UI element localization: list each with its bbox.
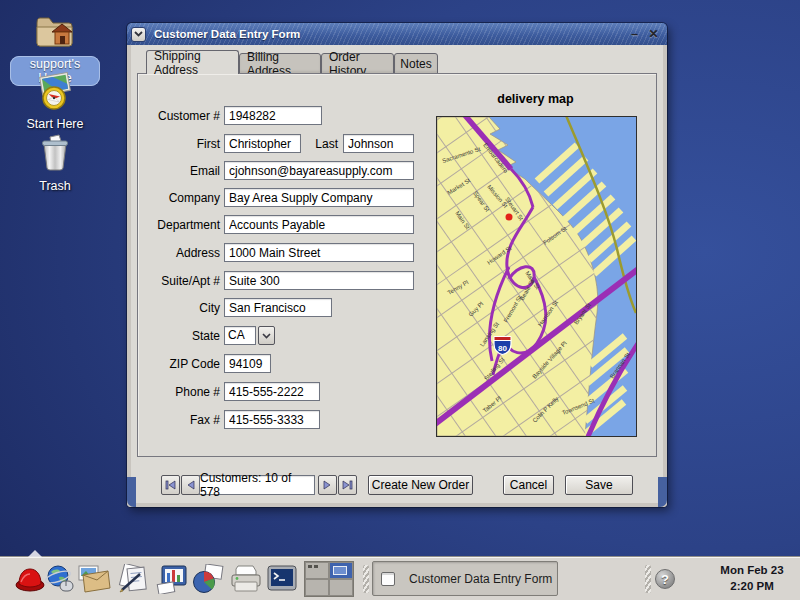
svg-text:80: 80 — [498, 344, 507, 353]
tab-order-history[interactable]: Order History — [321, 53, 394, 74]
clock-date: Mon Feb 23 — [712, 562, 792, 578]
create-new-order-button[interactable]: Create New Order — [368, 475, 473, 495]
last-name-input[interactable] — [343, 134, 414, 153]
address-input[interactable] — [224, 243, 414, 262]
trash-can-icon — [37, 134, 73, 172]
last-record-icon — [342, 480, 353, 490]
suite-input[interactable] — [224, 271, 414, 290]
tab-notes[interactable]: Notes — [394, 53, 438, 74]
launcher-chart-tool[interactable] — [190, 562, 226, 596]
last-record-button[interactable] — [338, 475, 357, 495]
window-resize-corner[interactable] — [658, 477, 667, 507]
workspace-3[interactable] — [305, 579, 329, 596]
zip-input[interactable] — [224, 354, 271, 373]
zip-label: ZIP Code — [138, 355, 220, 374]
window-icon — [381, 572, 395, 586]
state-dropdown-button[interactable] — [258, 326, 275, 345]
email-input[interactable] — [224, 161, 414, 180]
workspace-2-active[interactable] — [329, 562, 353, 579]
fax-input[interactable] — [224, 410, 320, 429]
help-icon[interactable]: ? — [655, 569, 675, 589]
pie-chart-icon — [191, 564, 225, 594]
close-button[interactable]: ✕ — [646, 27, 661, 42]
printer-icon — [228, 564, 264, 594]
clock-time: 2:20 PM — [712, 578, 792, 594]
launcher-email[interactable] — [76, 562, 112, 596]
launcher-presentation[interactable] — [154, 562, 190, 596]
delivery-map: Sacramento St Embarcadero Market St Spea… — [436, 116, 637, 437]
minimize-button[interactable]: – — [627, 27, 642, 42]
launcher-web-browser[interactable] — [42, 562, 78, 596]
first-record-button[interactable] — [161, 475, 180, 495]
last-name-label: Last — [278, 135, 338, 154]
first-name-label: First — [138, 135, 220, 154]
next-record-icon — [323, 480, 332, 490]
desktop-icon-trash[interactable]: Trash — [10, 134, 100, 194]
window-title: Customer Data Entry Form — [154, 28, 300, 40]
department-input[interactable] — [224, 215, 414, 234]
fax-label: Fax # — [138, 411, 220, 430]
chevron-down-icon — [134, 31, 143, 37]
email-envelope-icon — [76, 564, 112, 594]
street-map: Sacramento St Embarcadero Market St Spea… — [437, 117, 636, 436]
desktop-icon-label: Start Here — [20, 116, 91, 132]
tab-billing-address[interactable]: Billing Address — [239, 53, 321, 74]
taskbar-panel: Customer Data Entry Form ? Mon Feb 23 2:… — [0, 556, 800, 600]
suite-label: Suite/Apt # — [138, 272, 220, 291]
state-value: CA — [224, 326, 256, 345]
window-body: Shipping Address Billing Address Order H… — [127, 45, 667, 507]
city-label: City — [138, 299, 220, 318]
globe-browser-icon — [44, 564, 76, 594]
customer-number-label: Customer # — [138, 107, 220, 126]
interstate-80-shield: 80 — [494, 337, 511, 355]
phone-label: Phone # — [138, 383, 220, 402]
delivery-marker-dot — [506, 214, 513, 221]
department-label: Department — [138, 216, 220, 235]
task-button-label: Customer Data Entry Form — [409, 572, 552, 586]
window-corner-left — [127, 477, 136, 507]
previous-record-icon — [186, 480, 195, 490]
desktop-icon-start-here[interactable]: Start Here — [10, 72, 100, 132]
tasklist-drag-handle[interactable] — [363, 565, 369, 593]
state-select[interactable]: CA — [224, 326, 275, 345]
window-menu-button[interactable] — [131, 27, 146, 42]
start-here-compass-icon — [34, 72, 76, 110]
workspace-switcher[interactable] — [304, 561, 354, 597]
monitor-chart-icon — [155, 564, 189, 594]
launcher-terminal[interactable] — [264, 562, 300, 596]
city-input[interactable] — [224, 298, 332, 317]
help-drag-handle[interactable] — [645, 565, 651, 593]
company-input[interactable] — [224, 188, 414, 207]
launcher-printer[interactable] — [228, 562, 264, 596]
customer-number-input[interactable] — [224, 106, 322, 125]
previous-record-button[interactable] — [181, 475, 200, 495]
record-counter: Customers: 10 of 578 — [199, 475, 315, 495]
address-label: Address — [138, 244, 220, 263]
home-folder-icon — [32, 12, 78, 50]
panel-hide-arrow[interactable] — [28, 550, 42, 557]
customer-data-entry-window: Customer Data Entry Form – ✕ Shipping Ad… — [127, 23, 667, 507]
email-label: Email — [138, 162, 220, 181]
workspace-4[interactable] — [329, 579, 353, 596]
shipping-address-panel: Customer # First Last Email Company Depa… — [137, 73, 657, 457]
workspace-1[interactable] — [305, 562, 329, 579]
chevron-down-icon — [262, 333, 271, 339]
documents-pen-icon — [116, 564, 152, 594]
window-titlebar[interactable]: Customer Data Entry Form – ✕ — [127, 23, 667, 45]
phone-input[interactable] — [224, 382, 320, 401]
task-button-customer-form[interactable]: Customer Data Entry Form — [372, 561, 558, 596]
launcher-word-processor[interactable] — [116, 562, 152, 596]
first-record-icon — [165, 480, 176, 490]
desktop-icon-label: Trash — [32, 178, 78, 194]
company-label: Company — [138, 189, 220, 208]
map-caption: delivery map — [436, 92, 635, 106]
next-record-button[interactable] — [318, 475, 337, 495]
save-button[interactable]: Save — [565, 475, 633, 495]
state-label: State — [138, 327, 220, 346]
tab-shipping-address[interactable]: Shipping Address — [146, 50, 239, 74]
taskbar-clock: Mon Feb 23 2:20 PM — [712, 562, 792, 594]
terminal-icon — [265, 564, 299, 594]
cancel-button[interactable]: Cancel — [503, 475, 554, 495]
